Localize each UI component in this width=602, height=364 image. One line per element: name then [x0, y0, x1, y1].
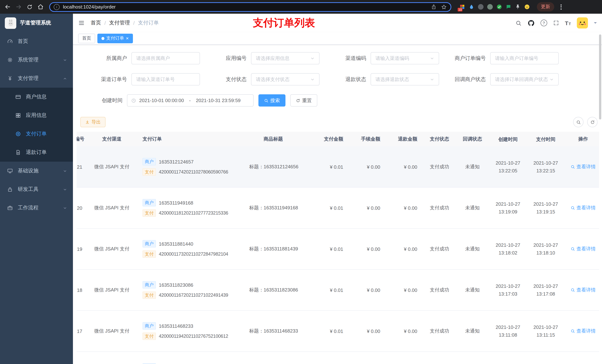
pay-order-no: 4200001167202110271022491439: [159, 293, 228, 298]
column-header-fee: 手续金额: [349, 136, 386, 142]
sidebar-item-system[interactable]: 系统管理: [0, 51, 73, 69]
pay-status-select[interactable]: 请选择支付状态: [251, 73, 320, 85]
reload-icon[interactable]: [27, 4, 32, 10]
cell-pay-time: 2021-10-27 13:11:15: [527, 323, 565, 339]
pay-tag: 支付: [142, 250, 156, 258]
sidebar-item-infra[interactable]: 基础设施: [0, 162, 73, 180]
cell-fee: ¥ 0.00: [349, 164, 386, 170]
cell-refund: ¥ 0.00: [386, 287, 423, 293]
extension-icon[interactable]: [496, 4, 502, 10]
app-select[interactable]: 请选择应用信息: [251, 52, 320, 64]
merchant-order-no: 1635312124657: [159, 159, 194, 165]
cell-pay-time: 2021-10-27 13:18:10: [527, 241, 565, 257]
table-toolbar: 导出: [73, 115, 602, 132]
reset-button[interactable]: 重置: [290, 94, 317, 106]
refresh-icon: [296, 98, 300, 103]
range-start[interactable]: 2021-10-01 00:00:00: [139, 98, 184, 103]
smiley-icon: [524, 4, 530, 10]
search-icon[interactable]: [515, 20, 521, 26]
filter-channel-order-no: 渠道订单号: [80, 73, 200, 85]
cell-refund: ¥ 0.00: [386, 328, 423, 334]
address-bar[interactable]: i localhost:1024/pay/order: [49, 2, 451, 12]
breadcrumb-home[interactable]: 首页: [91, 20, 101, 26]
sidebar-item-devtools[interactable]: 研发工具: [0, 180, 73, 199]
browser-menu-icon[interactable]: [559, 3, 563, 10]
site-info-icon[interactable]: i: [54, 4, 60, 10]
cell-amount: ¥ 0.01: [312, 164, 349, 170]
chrome-update-button[interactable]: 更新: [537, 2, 554, 11]
forward-icon[interactable]: [16, 4, 22, 10]
extension-icon[interactable]: [478, 4, 484, 10]
column-header-channel: 支付渠道: [90, 136, 134, 142]
extension-icon[interactable]: 10: [459, 4, 465, 10]
sidebar-item-label: 工作流程: [18, 205, 39, 211]
cell-notify-status: 未通知: [456, 287, 489, 293]
sidebar-subitem-refund-order[interactable]: 退款订单: [0, 143, 73, 162]
cell-notify-status: 未通知: [456, 328, 489, 334]
sidebar-item-home[interactable]: 首页: [0, 32, 73, 51]
view-detail-link[interactable]: 查看详情: [570, 246, 596, 252]
sidebar-subitem-app-info[interactable]: 应用信息: [0, 106, 73, 125]
browser-chrome: i localhost:1024/pay/order 10 更新: [0, 0, 602, 14]
refund-status-select[interactable]: 请选择退款状态: [371, 73, 439, 85]
orders-table: 编号 支付渠道 支付订单 商品标题 支付金额 手续金额 退款金额 支付状态 回调…: [77, 132, 599, 364]
export-button[interactable]: 导出: [80, 117, 106, 127]
merchant-order-no: 1635311468233: [159, 323, 193, 329]
screen: i localhost:1024/pay/order 10 更新: [0, 0, 602, 364]
column-header-pay-status: 支付状态: [423, 136, 456, 142]
range-separator: -: [189, 98, 191, 103]
sidebar-item-label: 支付管理: [18, 75, 39, 82]
chevron-down-icon: [63, 206, 67, 210]
extension-icon[interactable]: [468, 4, 474, 10]
search-button[interactable]: 搜索: [258, 94, 285, 106]
merchant-order-no-input[interactable]: [490, 52, 559, 64]
view-detail-link[interactable]: 查看详情: [570, 164, 596, 170]
sidebar-item-workflow[interactable]: 工作流程: [0, 199, 73, 217]
avatar[interactable]: [577, 17, 588, 29]
sidebar-item-payment[interactable]: 支付管理: [0, 69, 73, 88]
sidebar-subitem-merchant-info[interactable]: 商户信息: [0, 88, 73, 106]
help-icon[interactable]: ?: [540, 20, 547, 26]
gear-icon: [7, 57, 13, 63]
callback-status-select[interactable]: 请选择订单回调商户状态: [490, 73, 559, 85]
tab-pay-order[interactable]: 支付订单 ×: [97, 33, 133, 43]
tab-home[interactable]: 首页: [78, 33, 95, 43]
cell-title: 标题：1635311949168: [234, 205, 312, 211]
merchant-input[interactable]: [131, 52, 200, 64]
channel-order-no-input[interactable]: [131, 73, 200, 85]
channel-code-select[interactable]: 请输入渠道编码: [371, 52, 439, 64]
cell-channel: 微信 JSAPI 支付: [90, 246, 134, 252]
toggle-search-button[interactable]: [573, 117, 583, 127]
url-text[interactable]: localhost:1024/pay/order: [63, 4, 428, 10]
view-detail-link[interactable]: 查看详情: [570, 287, 596, 293]
filter-label: 退款状态: [320, 76, 371, 83]
close-icon[interactable]: ×: [126, 36, 129, 41]
sidebar-toggle-icon[interactable]: [78, 20, 85, 26]
extension-icon[interactable]: [487, 4, 493, 10]
view-detail-link[interactable]: 查看详情: [570, 328, 596, 334]
search-icon: [570, 165, 575, 169]
extension-icon[interactable]: [524, 4, 530, 10]
app-logo[interactable]: 芋道管理系统: [0, 14, 73, 32]
filter-label: 所属商户: [80, 55, 131, 62]
font-size-icon[interactable]: T T: [565, 20, 571, 26]
sidebar-subitem-pay-order[interactable]: 支付订单: [0, 125, 73, 143]
share-icon[interactable]: [431, 4, 437, 10]
range-end[interactable]: 2021-10-31 23:59:59: [196, 98, 240, 103]
create-time-range[interactable]: 2021-10-01 00:00:00 - 2021-10-31 23:59:5…: [127, 94, 254, 106]
view-detail-link[interactable]: 查看详情: [570, 205, 596, 211]
bookmark-star-icon[interactable]: [441, 4, 447, 10]
extension-icon[interactable]: [505, 4, 511, 10]
filter-app: 应用编号 请选择应用信息: [200, 52, 320, 64]
page-annotation: 支付订单列表: [253, 16, 315, 30]
avatar-caret-icon[interactable]: [594, 22, 597, 25]
refresh-table-button[interactable]: [587, 117, 598, 127]
github-icon[interactable]: [527, 20, 534, 26]
fullscreen-icon[interactable]: [553, 20, 559, 26]
back-icon[interactable]: [4, 4, 11, 10]
filter-label: 支付状态: [200, 76, 251, 83]
scrollbar-thumb[interactable]: [599, 34, 601, 119]
breadcrumb-payment[interactable]: 支付管理: [109, 20, 130, 26]
home-icon[interactable]: [37, 4, 44, 10]
extension-icon[interactable]: [515, 4, 521, 10]
